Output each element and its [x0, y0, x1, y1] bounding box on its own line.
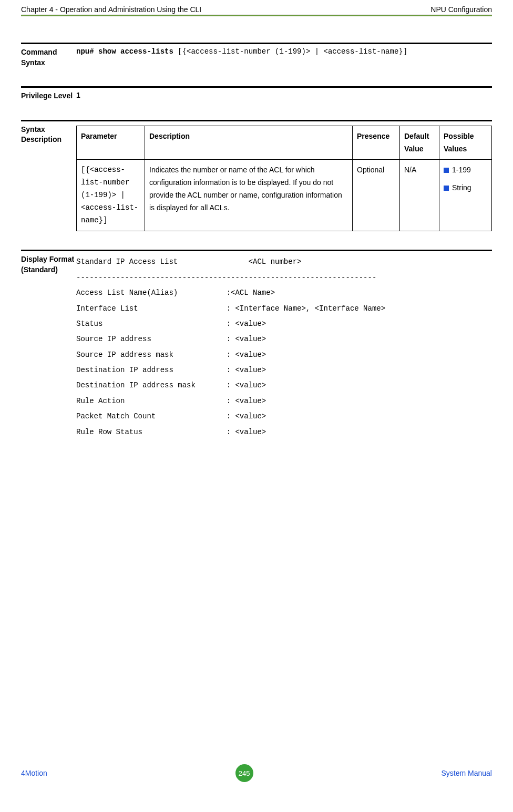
out-line: Interface List : <Interface Name>, <Inte…	[76, 304, 385, 313]
out-line: Packet Match Count : <value>	[76, 412, 266, 420]
header-right: NPU Configuration	[430, 5, 492, 14]
cell-parameter: [{<access-list-number (1-199)> | <access…	[77, 160, 145, 231]
table-row: [{<access-list-number (1-199)> | <access…	[77, 160, 492, 231]
col-parameter: Parameter	[77, 126, 145, 160]
out-line: Access List Name(Alias) :<ACL Name>	[76, 289, 275, 297]
command-rest: [{<access-list-number (1-199)> | <access…	[173, 47, 407, 56]
out-line: Rule Action : <value>	[76, 397, 266, 405]
bullet-icon	[444, 186, 449, 191]
privilege-label: Privilege Level	[21, 91, 76, 101]
page-number-badge: 245	[235, 764, 253, 782]
out-sep: ----------------------------------------…	[76, 273, 376, 282]
footer-left: 4Motion	[21, 769, 47, 777]
command-prompt: npu# show access-lists	[76, 47, 173, 56]
out-line: Status : <value>	[76, 320, 266, 328]
footer-right: System Manual	[442, 769, 492, 777]
cell-presence: Optional	[353, 160, 400, 231]
command-syntax-label: Command Syntax	[21, 47, 76, 68]
page-footer: 4Motion 245 System Manual	[21, 764, 492, 782]
out-line: Source IP address : <value>	[76, 335, 266, 343]
rule	[21, 86, 492, 88]
cell-description: Indicates the number or name of the ACL …	[145, 160, 353, 231]
out-line: Destination IP address : <value>	[76, 366, 266, 374]
page-header: Chapter 4 - Operation and Administration…	[21, 5, 492, 15]
poss-val-1: 1-199	[452, 164, 471, 177]
table-header-row: Parameter Description Presence Default V…	[77, 126, 492, 160]
command-syntax-section: Command Syntax npu# show access-lists [{…	[21, 47, 492, 68]
privilege-value: 1	[76, 91, 492, 99]
poss-val-2: String	[452, 182, 471, 194]
rule	[21, 120, 492, 121]
display-output: Standard IP Access List <ACL number> ---…	[76, 254, 492, 440]
display-format-label: Display Format (Standard)	[21, 254, 76, 275]
header-left: Chapter 4 - Operation and Administration…	[21, 5, 201, 14]
out-line: Standard IP Access List <ACL number>	[76, 258, 301, 266]
col-possible: Possible Values	[439, 126, 492, 160]
display-format-section: Display Format (Standard) Standard IP Ac…	[21, 254, 492, 440]
parameter-table: Parameter Description Presence Default V…	[76, 126, 492, 232]
out-line: Source IP address mask : <value>	[76, 351, 266, 359]
cell-default: N/A	[400, 160, 439, 231]
out-line: Destination IP address mask : <value>	[76, 381, 266, 389]
col-default: Default Value	[400, 126, 439, 160]
col-presence: Presence	[353, 126, 400, 160]
rule	[21, 43, 492, 44]
bullet-icon	[444, 168, 449, 173]
out-line: Rule Row Status : <value>	[76, 428, 266, 436]
header-rule	[21, 15, 492, 16]
cell-possible: 1-199 String	[439, 160, 492, 231]
col-description: Description	[145, 126, 353, 160]
rule	[21, 250, 492, 251]
command-syntax-content: npu# show access-lists [{<access-list-nu…	[76, 47, 492, 56]
syntax-description-label: Syntax Description	[21, 125, 76, 145]
privilege-section: Privilege Level 1	[21, 91, 492, 101]
syntax-description-section: Syntax Description Parameter Description…	[21, 125, 492, 232]
